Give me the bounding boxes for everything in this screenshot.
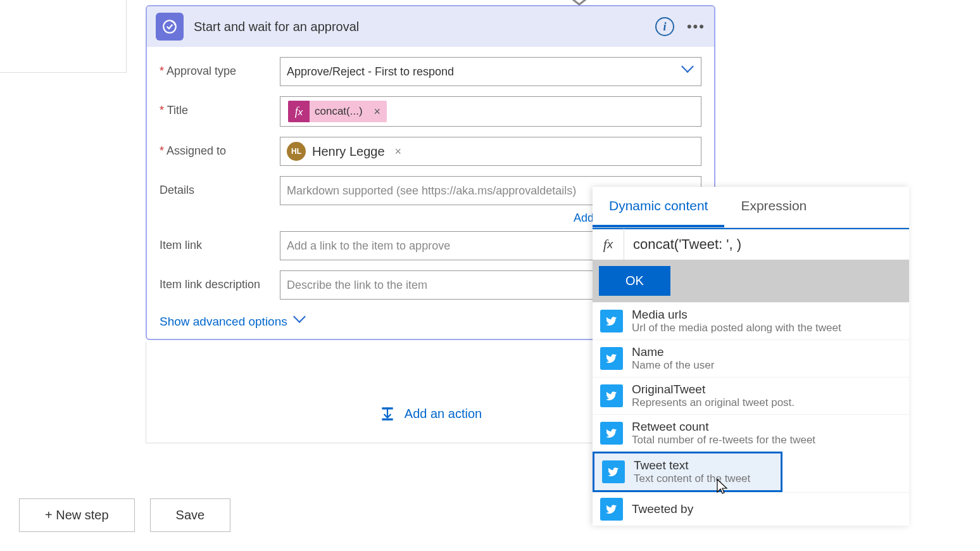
twitter-icon: [600, 310, 623, 332]
assigned-to-label: Assigned to: [160, 137, 280, 158]
twitter-icon: [602, 460, 625, 483]
add-action-button[interactable]: Add an action: [379, 405, 482, 422]
dynamic-item-desc: Url of the media posted along with the t…: [632, 322, 901, 334]
add-action-label: Add an action: [405, 407, 482, 421]
person-token[interactable]: HL Henry Legge ×: [287, 142, 401, 161]
dynamic-item-desc: Represents an original tweet post.: [632, 396, 901, 409]
dynamic-item-tweeted-by[interactable]: Tweeted by: [593, 492, 909, 526]
item-link-desc-label: Item link description: [160, 270, 280, 291]
tab-dynamic-content[interactable]: Dynamic content: [593, 187, 724, 227]
expression-token-text: concat(...): [310, 105, 368, 118]
approval-icon: [156, 13, 184, 41]
twitter-icon: [600, 498, 623, 521]
svg-rect-2: [387, 407, 388, 417]
save-button[interactable]: Save: [150, 498, 231, 532]
bottom-bar: + New step Save: [19, 498, 230, 532]
info-icon[interactable]: i: [655, 17, 674, 36]
dynamic-item-title: Tweet text: [634, 459, 773, 472]
details-label: Details: [160, 176, 280, 197]
svg-rect-3: [382, 419, 393, 421]
twitter-icon: [600, 384, 623, 407]
expression-input[interactable]: [624, 228, 909, 260]
new-step-button[interactable]: + New step: [19, 498, 135, 532]
dynamic-item-title: Retweet count: [632, 420, 901, 434]
ok-button[interactable]: OK: [599, 266, 670, 296]
dynamic-item-media-urls[interactable]: Media urls Url of the media posted along…: [593, 302, 909, 339]
person-remove-icon[interactable]: ×: [395, 145, 402, 158]
dynamic-item-title: Media urls: [632, 308, 901, 322]
more-icon[interactable]: •••: [687, 18, 705, 35]
card-header[interactable]: Start and wait for an approval i •••: [147, 6, 714, 47]
chevron-down-icon: [683, 66, 694, 77]
dynamic-item-tweet-text[interactable]: Tweet text Text content of the tweet: [593, 452, 782, 492]
dynamic-content-list: Media urls Url of the media posted along…: [593, 302, 909, 526]
tab-expression[interactable]: Expression: [724, 187, 823, 227]
expression-row: fx: [593, 228, 909, 260]
item-link-placeholder: Add a link to the item to approve: [287, 239, 450, 253]
twitter-icon: [600, 347, 623, 370]
left-panel-stub: [0, 0, 127, 73]
card-title: Start and wait for an approval: [194, 20, 655, 34]
dynamic-item-original-tweet[interactable]: OriginalTweet Represents an original twe…: [593, 377, 909, 414]
avatar: HL: [287, 142, 306, 161]
chevron-down-icon: [295, 316, 306, 327]
dynamic-item-desc: Name of the user: [632, 359, 901, 372]
approval-type-label: Approval type: [160, 57, 280, 78]
advanced-options-label: Show advanced options: [160, 315, 287, 329]
item-link-desc-placeholder: Describe the link to the item: [287, 279, 427, 292]
approval-type-select[interactable]: Approve/Reject - First to respond: [280, 57, 701, 86]
assigned-to-field[interactable]: HL Henry Legge ×: [280, 137, 701, 166]
add-action-icon: [379, 405, 396, 422]
title-label: Title: [160, 96, 280, 117]
expression-token[interactable]: fx concat(...) ×: [288, 101, 387, 122]
approval-type-value: Approve/Reject - First to respond: [287, 65, 454, 79]
dynamic-tabs: Dynamic content Expression: [593, 187, 909, 228]
fx-icon: fx: [288, 101, 310, 122]
item-link-label: Item link: [160, 231, 280, 252]
token-remove-icon[interactable]: ×: [368, 105, 387, 118]
dynamic-item-title: OriginalTweet: [632, 383, 901, 396]
dynamic-content-panel: Dynamic content Expression fx OK Media u…: [593, 187, 909, 526]
dynamic-item-title: Name: [632, 345, 901, 359]
details-placeholder: Markdown supported (see https://aka.ms/a…: [287, 184, 576, 198]
person-name: Henry Legge: [312, 144, 385, 159]
dynamic-item-desc: Total number of re-tweets for the tweet: [632, 434, 901, 446]
fx-icon: fx: [593, 228, 624, 260]
dynamic-item-title: Tweeted by: [632, 502, 901, 516]
dynamic-item-retweet-count[interactable]: Retweet count Total number of re-tweets …: [593, 414, 909, 452]
flow-arrow-icon: [570, 0, 589, 8]
show-advanced-options[interactable]: Show advanced options: [160, 315, 306, 329]
twitter-icon: [600, 422, 623, 445]
dynamic-item-name[interactable]: Name Name of the user: [593, 339, 909, 377]
title-field[interactable]: fx concat(...) ×: [280, 96, 701, 127]
dynamic-item-desc: Text content of the tweet: [634, 472, 773, 485]
